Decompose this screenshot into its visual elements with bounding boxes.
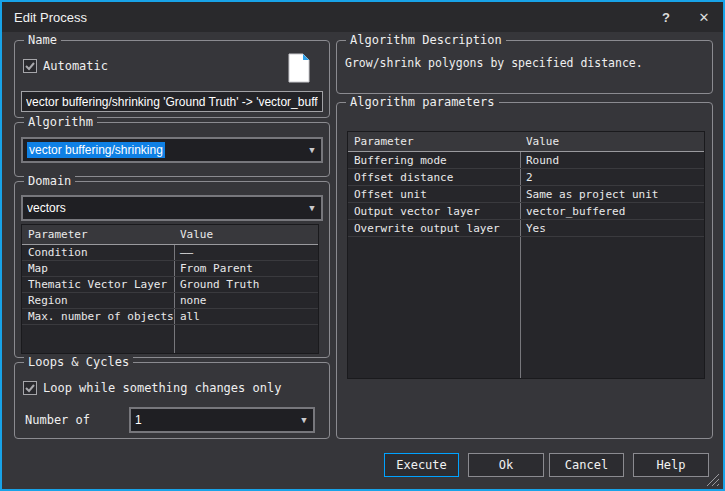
automatic-checkbox[interactable]: Automatic — [23, 59, 108, 73]
table-cell: none — [174, 293, 318, 308]
help-icon[interactable]: ? — [649, 2, 683, 32]
loops-group: Loops & Cycles Loop while something chan… — [14, 362, 330, 439]
table-cell: vector_buffered — [520, 203, 704, 219]
loop-while-changes-checkbox[interactable]: Loop while something changes only — [23, 381, 281, 395]
algorithm-description-text: Grow/shrink polygons by specified distan… — [345, 56, 643, 70]
checkbox-icon — [23, 59, 37, 73]
algorithm-group-label: Algorithm — [24, 115, 97, 130]
table-row[interactable]: Overwrite output layerYes — [348, 220, 704, 237]
algorithm-parameters-group: Algorithm parameters ParameterValueBuffe… — [336, 102, 713, 439]
table-row[interactable]: Offset distance2 — [348, 169, 704, 186]
algorithm-group: Algorithm vector buffering/shrinking ▼ — [14, 122, 330, 177]
number-of-label: Number of — [25, 413, 90, 427]
execute-button[interactable]: Execute — [384, 453, 459, 477]
table-row[interactable]: Buffering modeRound — [348, 152, 704, 169]
domain-select[interactable]: vectors ▼ — [21, 195, 323, 221]
table-cell: —— — [174, 245, 318, 260]
resize-grip[interactable] — [706, 472, 720, 486]
number-of-value: 1 — [135, 413, 142, 427]
column-header: Parameter — [22, 225, 174, 244]
ok-button[interactable]: Ok — [468, 453, 544, 477]
table-cell: Region — [22, 293, 174, 308]
table-cell: Map — [22, 261, 174, 276]
algorithm-description-label: Algorithm Description — [346, 33, 506, 48]
table-header-row: ParameterValue — [22, 225, 318, 245]
table-cell: Offset distance — [348, 169, 520, 185]
loop-while-changes-label: Loop while something changes only — [43, 381, 281, 395]
table-row[interactable]: Max. number of objectsall — [22, 309, 318, 325]
automatic-label: Automatic — [43, 59, 108, 73]
table-row[interactable]: Regionnone — [22, 293, 318, 309]
table-header-row: ParameterValue — [348, 132, 704, 152]
table-cell: Yes — [520, 220, 704, 236]
cancel-button[interactable]: Cancel — [549, 453, 624, 477]
close-icon[interactable]: ✕ — [687, 2, 721, 32]
table-cell: Condition — [22, 245, 174, 260]
number-of-select[interactable]: 1 ▼ — [129, 407, 315, 433]
domain-parameters-table: ParameterValueCondition——MapFrom ParentT… — [21, 224, 319, 354]
window-title: Edit Process — [14, 10, 87, 25]
table-cell: Overwrite output layer — [348, 220, 520, 236]
algorithm-selected-value: vector buffering/shrinking — [27, 142, 165, 158]
table-cell: Thematic Vector Layer — [22, 277, 174, 292]
table-cell: Max. number of objects — [22, 309, 174, 324]
table-cell: Round — [520, 152, 704, 168]
table-cell: Ground Truth — [174, 277, 318, 292]
process-name-input[interactable] — [21, 91, 323, 112]
name-group: Name Automatic — [14, 40, 330, 118]
table-cell: all — [174, 309, 318, 324]
algorithm-description-group: Algorithm Description Grow/shrink polygo… — [336, 40, 713, 94]
table-row[interactable]: Offset unitSame as project unit — [348, 186, 704, 203]
chevron-down-icon: ▼ — [295, 415, 313, 425]
table-row[interactable]: Condition—— — [22, 245, 318, 261]
table-cell: 2 — [520, 169, 704, 185]
name-group-label: Name — [24, 33, 61, 48]
column-header: Value — [174, 225, 318, 244]
chevron-down-icon: ▼ — [303, 203, 321, 213]
table-row[interactable]: MapFrom Parent — [22, 261, 318, 277]
help-button[interactable]: Help — [633, 453, 709, 477]
document-icon — [287, 53, 311, 87]
algorithm-parameters-label: Algorithm parameters — [346, 95, 499, 110]
table-row[interactable]: Thematic Vector LayerGround Truth — [22, 277, 318, 293]
table-cell: Same as project unit — [520, 186, 704, 202]
column-header: Value — [520, 132, 704, 151]
table-cell: Offset unit — [348, 186, 520, 202]
chevron-down-icon: ▼ — [303, 145, 321, 155]
titlebar[interactable]: Edit Process — [2, 2, 723, 32]
table-cell: From Parent — [174, 261, 318, 276]
column-header: Parameter — [348, 132, 520, 151]
table-cell: Buffering mode — [348, 152, 520, 168]
algorithm-select[interactable]: vector buffering/shrinking ▼ — [21, 137, 323, 163]
loops-group-label: Loops & Cycles — [24, 355, 133, 370]
domain-selected-value: vectors — [27, 201, 66, 215]
algorithm-parameters-table: ParameterValueBuffering modeRoundOffset … — [347, 131, 705, 379]
domain-group-label: Domain — [24, 174, 75, 189]
table-cell: Output vector layer — [348, 203, 520, 219]
checkbox-icon — [23, 381, 37, 395]
domain-group: Domain vectors ▼ ParameterValueCondition… — [14, 181, 330, 358]
edit-process-dialog: Edit Process ? ✕ Name Automatic Algorith… — [0, 0, 725, 491]
table-row[interactable]: Output vector layervector_buffered — [348, 203, 704, 220]
